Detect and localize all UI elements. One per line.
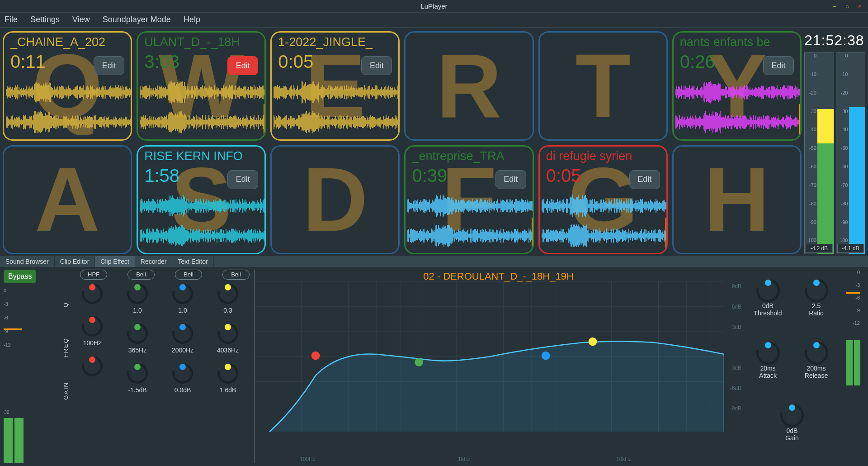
- pad-h[interactable]: H: [672, 145, 802, 254]
- svg-rect-1742: [598, 203, 599, 209]
- trim-scale[interactable]: 0-3-6-9-12: [4, 288, 22, 405]
- svg-rect-900: [730, 87, 731, 97]
- svg-rect-1375: [244, 230, 245, 242]
- svg-rect-29: [32, 86, 33, 98]
- comp-knob[interactable]: [756, 279, 780, 302]
- pad-r[interactable]: R: [404, 31, 533, 140]
- eq-graph-title: 02 - DEROULANT_D_-_18H_19H: [255, 271, 742, 282]
- svg-rect-1781: [633, 204, 634, 208]
- svg-rect-1520: [516, 199, 517, 213]
- svg-rect-1155: [171, 198, 172, 214]
- trim-meters: -30: [4, 414, 24, 463]
- edit-button[interactable]: Edit: [227, 56, 258, 75]
- comp-knob[interactable]: [805, 341, 828, 365]
- maximize-icon[interactable]: ○: [845, 3, 852, 9]
- edit-button[interactable]: Edit: [94, 56, 124, 75]
- pad-key-letter: D: [272, 147, 398, 253]
- menu-soundplayer-mode[interactable]: Soundplayer Mode: [103, 15, 171, 24]
- minimize-icon[interactable]: −: [833, 3, 839, 9]
- eq-gain-knob[interactable]: [172, 363, 193, 384]
- eq-gain-knob[interactable]: [217, 363, 238, 384]
- svg-rect-1851: [570, 228, 571, 243]
- svg-rect-1674: [528, 228, 529, 243]
- eq-gain-knob[interactable]: [127, 363, 148, 384]
- svg-rect-509: [220, 119, 221, 125]
- pad-g[interactable]: G di refugie syrien 0:05 Edit: [538, 145, 668, 254]
- eq-q-knob[interactable]: [82, 283, 103, 304]
- eq-freq-knob[interactable]: [82, 316, 103, 337]
- svg-rect-614: [322, 85, 323, 100]
- svg-rect-483: [197, 119, 198, 125]
- svg-rect-1027: [718, 116, 719, 128]
- eq-q-knob[interactable]: [172, 283, 193, 304]
- svg-rect-75: [74, 88, 75, 95]
- svg-rect-1951: [660, 230, 661, 242]
- pad-f[interactable]: F _entreprise_TRA 0:39 Edit: [404, 145, 533, 254]
- edit-button[interactable]: Edit: [629, 170, 660, 189]
- svg-rect-1845: [564, 232, 565, 239]
- svg-rect-1923: [635, 232, 636, 240]
- svg-rect-766: [333, 119, 334, 125]
- comp-knob[interactable]: [805, 279, 828, 302]
- pad-d[interactable]: D: [270, 145, 400, 254]
- eq-q-knob[interactable]: [127, 283, 148, 304]
- svg-rect-640: [346, 85, 347, 99]
- svg-rect-1461: [462, 200, 463, 211]
- tab-text-editor[interactable]: Text Editor: [172, 256, 213, 267]
- tab-sound-browser[interactable]: Sound Browser: [0, 256, 55, 267]
- svg-rect-91: [88, 87, 89, 97]
- svg-rect-128: [122, 86, 123, 99]
- menu-view[interactable]: View: [72, 15, 90, 24]
- svg-rect-1372: [241, 232, 242, 240]
- pad-t[interactable]: T: [538, 31, 668, 140]
- close-icon[interactable]: ×: [858, 3, 864, 9]
- svg-rect-270: [123, 119, 124, 126]
- svg-rect-1936: [646, 230, 647, 241]
- eq-graph[interactable]: 02 - DEROULANT_D_-_18H_19H 9dB 6dB: [254, 270, 742, 463]
- eq-type-3[interactable]: Bell: [222, 270, 250, 280]
- pad-w[interactable]: W ULANT_D_-_18H 3:03 Edit: [137, 31, 266, 140]
- menu-file[interactable]: File: [5, 15, 18, 24]
- svg-rect-1029: [720, 111, 721, 133]
- eq-gain-knob[interactable]: [82, 356, 103, 376]
- svg-rect-1931: [642, 233, 643, 238]
- eq-type-1[interactable]: Bell: [127, 270, 155, 280]
- svg-rect-1930: [641, 229, 642, 243]
- svg-rect-962: [786, 88, 787, 96]
- tab-clip-effect[interactable]: Clip Effect: [95, 256, 135, 267]
- eq-freq-knob[interactable]: [172, 323, 193, 344]
- svg-rect-234: [91, 117, 92, 127]
- svg-rect-1477: [477, 200, 478, 212]
- edit-button[interactable]: Edit: [763, 56, 794, 75]
- svg-rect-152: [17, 118, 18, 126]
- tab-clip-editor[interactable]: Clip Editor: [55, 256, 95, 267]
- comp-knob[interactable]: [780, 404, 804, 427]
- eq-type-0[interactable]: HPF: [80, 270, 107, 280]
- bypass-button[interactable]: Bypass: [4, 270, 36, 283]
- svg-rect-85: [83, 85, 84, 100]
- pad-y[interactable]: Y nants enfants be 0:26 Edit: [672, 31, 802, 140]
- svg-rect-277: [130, 119, 131, 126]
- pad-a[interactable]: A: [3, 145, 132, 254]
- eq-freq-knob[interactable]: [217, 323, 238, 344]
- pad-q[interactable]: Q _CHAINE_A_202 0:11 Edit: [3, 31, 132, 140]
- svg-rect-1336: [208, 230, 209, 242]
- edit-button[interactable]: Edit: [227, 170, 258, 189]
- svg-rect-607: [316, 85, 317, 99]
- edit-button[interactable]: Edit: [361, 56, 392, 75]
- svg-rect-1507: [504, 201, 505, 211]
- edit-button[interactable]: Edit: [495, 170, 526, 189]
- eq-freq-knob[interactable]: [127, 323, 148, 344]
- eq-q-knob[interactable]: [217, 283, 238, 304]
- svg-rect-45: [47, 82, 47, 102]
- comp-knob[interactable]: [756, 341, 780, 365]
- menu-settings[interactable]: Settings: [30, 15, 60, 24]
- svg-rect-1913: [626, 232, 627, 239]
- svg-rect-253: [108, 116, 109, 128]
- tab-recorder[interactable]: Recorder: [135, 256, 173, 267]
- pad-s[interactable]: S RISE KERN INFO 1:58 Edit: [137, 145, 266, 254]
- eq-type-2[interactable]: Bell: [175, 270, 202, 280]
- menu-help[interactable]: Help: [184, 15, 200, 24]
- svg-rect-407: [255, 89, 255, 95]
- pad-e[interactable]: E 1-2022_JINGLE_ 0:05 Edit: [270, 31, 400, 140]
